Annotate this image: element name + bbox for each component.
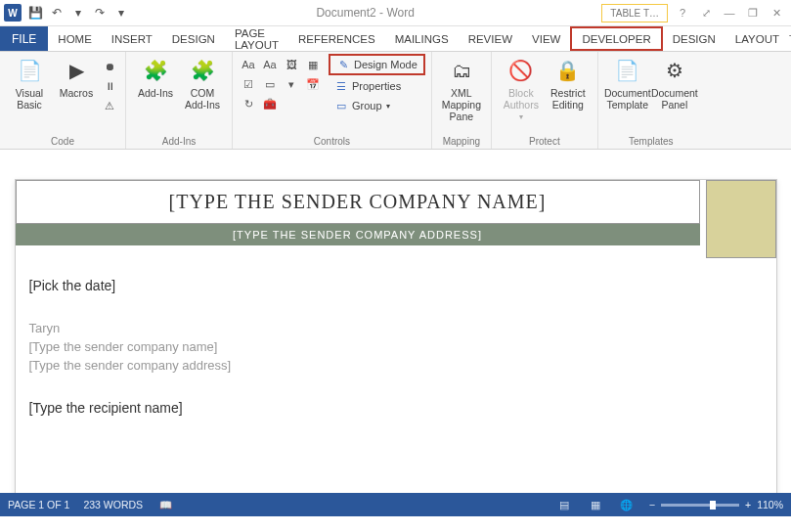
group-code: 📄 Visual Basic ▶ Macros ⏺ ⏸ ⚠ Code — [0, 52, 126, 149]
spellcheck-icon[interactable]: 📖 — [156, 498, 174, 511]
group-protect-label: Protect — [498, 136, 592, 149]
macros-button[interactable]: ▶ Macros — [53, 54, 100, 99]
document-area[interactable]: [TYPE THE SENDER COMPANY NAME] [TYPE THE… — [0, 150, 791, 493]
page: [TYPE THE SENDER COMPANY NAME] [TYPE THE… — [15, 179, 777, 493]
tab-mailings[interactable]: MAILINGS — [385, 26, 459, 51]
checkbox-control-icon[interactable]: ☑ — [239, 75, 258, 93]
com-addins-label: COM Add-Ins — [179, 87, 226, 111]
xml-mapping-button[interactable]: 🗂 XML Mapping Pane — [438, 54, 485, 122]
ribbon-display-icon[interactable]: ⤢ — [699, 6, 713, 20]
rich-text-control-icon[interactable]: Aa — [239, 56, 258, 73]
tab-design[interactable]: DESIGN — [162, 26, 225, 51]
picture-control-icon[interactable]: 🖼 — [282, 56, 301, 73]
repeating-control-icon[interactable]: ↻ — [239, 95, 258, 112]
logo-cell[interactable] — [706, 180, 776, 258]
sender-name[interactable]: Taryn — [29, 321, 763, 335]
chevron-down-icon: ▾ — [386, 102, 390, 111]
help-icon[interactable]: ? — [676, 6, 689, 20]
window-controls: ? ⤢ — ❐ ✕ — [668, 6, 791, 20]
tab-page-layout[interactable]: PAGE LAYOUT — [225, 26, 288, 51]
tab-home[interactable]: HOME — [48, 26, 102, 51]
sender-company-placeholder[interactable]: [Type the sender company name] — [29, 339, 763, 354]
block-authors-button: 🚫 Block Authors ▾ — [498, 54, 545, 121]
design-mode-button[interactable]: ✎ Design Mode — [329, 54, 425, 75]
minimize-icon[interactable]: — — [723, 6, 736, 20]
zoom-level[interactable]: 110% — [757, 499, 783, 510]
customize-qat-icon[interactable]: ▾ — [113, 5, 129, 21]
tab-file[interactable]: FILE — [0, 26, 48, 51]
restore-icon[interactable]: ❐ — [746, 6, 760, 20]
group-addins-label: Add-Ins — [132, 136, 226, 149]
word-count-status[interactable]: 233 WORDS — [83, 499, 143, 510]
tab-insert[interactable]: INSERT — [102, 26, 162, 51]
addins-icon: 🧩 — [141, 56, 170, 85]
dropdown-control-icon[interactable]: ▾ — [282, 75, 301, 93]
xml-mapping-icon: 🗂 — [447, 56, 476, 85]
tab-table-design[interactable]: DESIGN — [663, 26, 725, 51]
plain-text-control-icon[interactable]: Aa — [260, 56, 280, 73]
chevron-down-icon: ▾ — [519, 112, 523, 121]
building-block-control-icon[interactable]: ▦ — [303, 56, 323, 73]
pause-recording-icon[interactable]: ⏸ — [100, 77, 119, 95]
redo-icon[interactable]: ↷ — [92, 5, 108, 21]
visual-basic-icon: 📄 — [15, 56, 44, 85]
macros-icon: ▶ — [62, 56, 91, 85]
group-controls-label: Controls — [239, 136, 425, 149]
group-label-text: Group — [352, 100, 382, 111]
restrict-editing-button[interactable]: 🔒 Restrict Editing — [545, 54, 592, 111]
zoom-slider[interactable]: − + 110% — [649, 499, 783, 510]
status-bar: PAGE 1 OF 1 233 WORDS 📖 ▤ ▦ 🌐 − + 110% — [0, 493, 791, 516]
read-mode-icon[interactable]: ▤ — [555, 498, 573, 511]
company-address-placeholder[interactable]: [TYPE THE SENDER COMPANY ADDRESS] — [16, 224, 700, 245]
group-code-label: Code — [6, 136, 119, 149]
zoom-out-icon[interactable]: − — [649, 499, 655, 510]
zoom-thumb[interactable] — [710, 501, 716, 510]
document-template-button[interactable]: 📄 Document Template — [604, 54, 651, 111]
tab-review[interactable]: REVIEW — [459, 26, 522, 51]
document-panel-button[interactable]: ⚙ Document Panel — [651, 54, 698, 111]
table-tools-context-tab[interactable]: TABLE T… — [601, 4, 668, 22]
group-mapping-label: Mapping — [438, 136, 485, 149]
combobox-control-icon[interactable]: ▭ — [260, 75, 280, 93]
datepicker-control-icon[interactable]: 📅 — [303, 75, 323, 93]
page-number-status[interactable]: PAGE 1 OF 1 — [8, 499, 69, 510]
record-macro-icon[interactable]: ⏺ — [100, 58, 119, 75]
zoom-in-icon[interactable]: + — [745, 499, 751, 510]
com-addins-button[interactable]: 🧩 COM Add-Ins — [179, 54, 226, 111]
close-icon[interactable]: ✕ — [769, 6, 783, 20]
addins-button[interactable]: 🧩 Add-Ins — [132, 54, 179, 99]
sender-address-placeholder[interactable]: [Type the sender company address] — [29, 358, 763, 373]
document-body[interactable]: [Pick the date] Taryn [Type the sender c… — [16, 258, 776, 439]
group-templates-label: Templates — [604, 136, 698, 149]
document-panel-label: Document Panel — [651, 87, 698, 111]
properties-label: Properties — [352, 80, 401, 92]
date-placeholder[interactable]: [Pick the date] — [29, 278, 763, 293]
properties-icon: ☰ — [334, 79, 348, 93]
save-icon[interactable]: 💾 — [27, 5, 43, 21]
tab-view[interactable]: VIEW — [522, 26, 570, 51]
legacy-tools-icon[interactable]: 🧰 — [260, 95, 280, 112]
web-layout-icon[interactable]: 🌐 — [618, 498, 636, 511]
restrict-editing-icon: 🔒 — [553, 56, 583, 85]
zoom-track[interactable] — [661, 504, 739, 507]
word-app-icon[interactable]: W — [4, 4, 22, 22]
recipient-name-placeholder[interactable]: [Type the recipient name] — [29, 400, 763, 416]
qa-dropdown-icon[interactable]: ▾ — [70, 5, 86, 21]
design-mode-icon: ✎ — [336, 58, 350, 71]
ribbon-tabs: FILE HOME INSERT DESIGN PAGE LAYOUT REFE… — [0, 26, 791, 52]
tab-table-layout[interactable]: LAYOUT — [725, 26, 789, 51]
block-authors-label: Block Authors — [498, 87, 545, 111]
undo-icon[interactable]: ↶ — [49, 5, 65, 21]
macro-security-icon[interactable]: ⚠ — [100, 97, 119, 114]
group-mapping: 🗂 XML Mapping Pane Mapping — [432, 52, 492, 149]
group-button[interactable]: ▭ Group ▾ — [329, 97, 425, 114]
print-layout-icon[interactable]: ▦ — [587, 498, 604, 511]
group-protect: 🚫 Block Authors ▾ 🔒 Restrict Editing Pro… — [492, 52, 598, 149]
addins-label: Add-Ins — [138, 87, 173, 99]
tab-references[interactable]: REFERENCES — [288, 26, 385, 51]
quick-access-toolbar: W 💾 ↶ ▾ ↷ ▾ — [0, 4, 129, 22]
tab-developer[interactable]: DEVELOPER — [570, 26, 662, 51]
company-name-placeholder[interactable]: [TYPE THE SENDER COMPANY NAME] — [16, 180, 700, 224]
properties-button[interactable]: ☰ Properties — [329, 77, 425, 95]
visual-basic-button[interactable]: 📄 Visual Basic — [6, 54, 53, 111]
